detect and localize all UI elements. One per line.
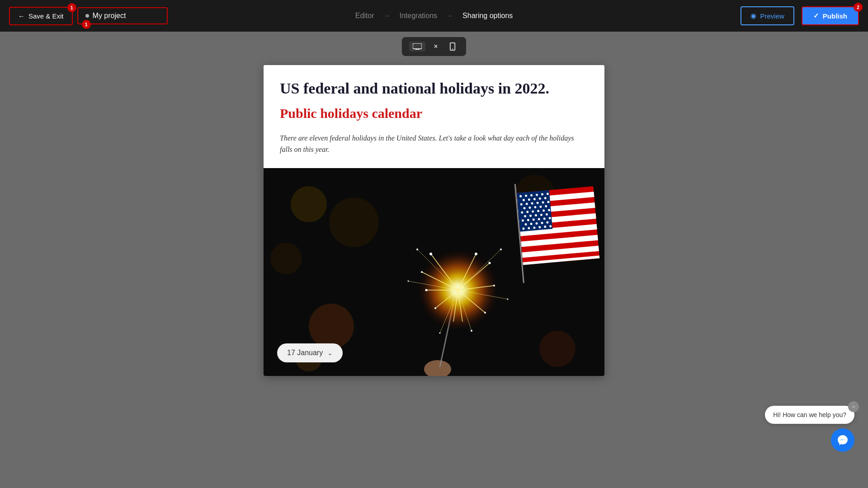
svg-point-38 bbox=[484, 312, 486, 314]
chat-fab-button[interactable] bbox=[831, 428, 854, 452]
nav-arrow-2: → bbox=[446, 12, 453, 20]
svg-point-41 bbox=[500, 249, 502, 250]
save-exit-label: Save & Exit bbox=[28, 12, 64, 20]
svg-point-8 bbox=[329, 197, 379, 247]
nav-step-editor[interactable]: Editor bbox=[355, 12, 374, 20]
nav-step-integrations[interactable]: Integrations bbox=[400, 12, 438, 20]
publish-button[interactable]: ✓ Publish 2 bbox=[802, 6, 859, 25]
project-name-text: My project bbox=[93, 12, 126, 20]
svg-rect-0 bbox=[413, 43, 422, 49]
date-badge[interactable]: 17 January ⌄ bbox=[277, 343, 343, 362]
project-dot bbox=[85, 14, 89, 18]
article-header: US federal and national holidays in 2022… bbox=[264, 65, 604, 168]
save-exit-badge: 1 bbox=[67, 3, 76, 12]
publish-label: Publish bbox=[823, 12, 847, 20]
view-toggle-bar: × bbox=[0, 37, 868, 56]
chat-bubble: Hi! How can we help you? bbox=[765, 406, 854, 424]
article-card: US federal and national holidays in 2022… bbox=[264, 65, 604, 376]
nav-center: Editor → Integrations → Sharing options bbox=[355, 12, 513, 20]
date-text: 17 January bbox=[287, 349, 323, 357]
project-name-badge: 1 bbox=[82, 20, 91, 29]
mobile-view-button[interactable] bbox=[446, 41, 459, 52]
close-view-button[interactable]: × bbox=[430, 41, 441, 52]
check-icon: ✓ bbox=[813, 12, 819, 20]
svg-point-7 bbox=[291, 186, 327, 222]
svg-point-43 bbox=[471, 330, 472, 332]
svg-point-5 bbox=[452, 49, 453, 50]
svg-point-32 bbox=[421, 271, 423, 273]
topbar: ← Save & Exit 1 My project 1 Editor → In… bbox=[0, 0, 868, 32]
svg-point-31 bbox=[429, 253, 432, 255]
svg-point-34 bbox=[434, 307, 436, 309]
article-image-section: 17 January ⌄ bbox=[264, 168, 604, 376]
close-icon: × bbox=[434, 42, 438, 50]
svg-point-33 bbox=[425, 289, 428, 291]
nav-right: ◉ Preview ✓ Publish 2 bbox=[741, 6, 859, 25]
nav-step-sharing[interactable]: Sharing options bbox=[462, 12, 513, 20]
publish-badge: 2 bbox=[854, 3, 863, 12]
article-description: There are eleven federal holidays in the… bbox=[280, 132, 588, 155]
svg-point-105 bbox=[309, 304, 354, 349]
minimize-chat-button[interactable]: − bbox=[848, 401, 859, 412]
svg-rect-53 bbox=[517, 190, 552, 232]
svg-point-44 bbox=[439, 332, 441, 333]
preview-icon: ◉ bbox=[750, 12, 756, 20]
save-exit-button[interactable]: ← Save & Exit 1 bbox=[9, 7, 73, 25]
preview-label: Preview bbox=[760, 12, 784, 20]
svg-point-35 bbox=[475, 253, 477, 255]
svg-point-11 bbox=[270, 243, 302, 274]
arrow-left-icon: ← bbox=[18, 12, 25, 20]
article-subtitle: Public holidays calendar bbox=[280, 105, 588, 122]
article-title: US federal and national holidays in 2022… bbox=[280, 80, 588, 98]
nav-arrow-1: → bbox=[383, 12, 391, 20]
minimize-icon: − bbox=[852, 404, 855, 410]
svg-point-36 bbox=[489, 262, 491, 264]
svg-point-40 bbox=[408, 280, 409, 282]
preview-button[interactable]: ◉ Preview bbox=[741, 6, 794, 25]
chat-widget: Hi! How can we help you? − bbox=[765, 406, 854, 452]
view-toggle: × bbox=[402, 37, 466, 56]
chat-bubble-text: Hi! How can we help you? bbox=[773, 411, 846, 418]
project-name-box[interactable]: My project 1 bbox=[77, 7, 168, 24]
svg-point-42 bbox=[507, 298, 509, 300]
svg-point-106 bbox=[539, 331, 576, 367]
desktop-view-button[interactable] bbox=[409, 42, 425, 52]
svg-point-39 bbox=[416, 249, 418, 250]
svg-point-37 bbox=[493, 285, 495, 286]
chevron-down-icon: ⌄ bbox=[327, 349, 333, 357]
content-area: US federal and national holidays in 2022… bbox=[0, 56, 868, 385]
